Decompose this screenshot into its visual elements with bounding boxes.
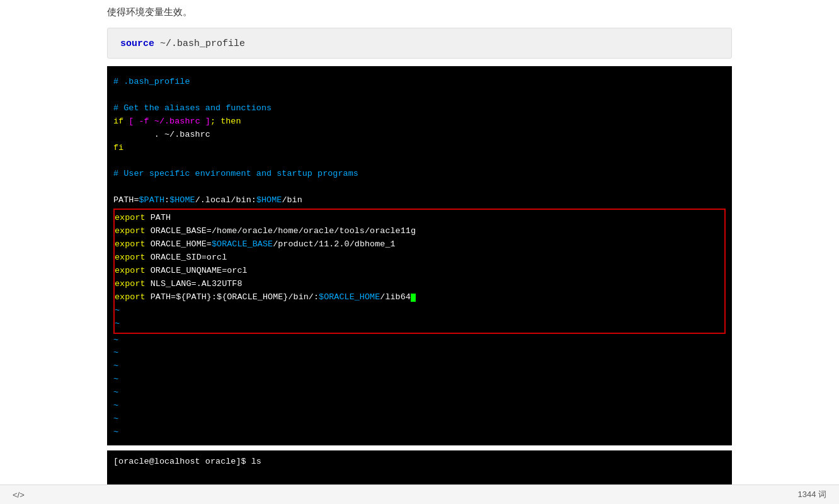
export-path: export PATH — [115, 212, 724, 225]
aliases-comment: # Get the aliases and functions — [113, 102, 726, 115]
bottom-bar: </> 1344 词 — [0, 484, 839, 504]
export-oracle-home: export ORACLE_HOME=$ORACLE_BASE/product/… — [115, 238, 724, 251]
page-container: 使得环境变量生效。 source ~/.bash_profile # .bash… — [0, 0, 839, 504]
user-specific-comment: # User specific environment and startup … — [113, 168, 726, 181]
export-oracle-unqname: export ORACLE_UNQNAME=orcl — [115, 265, 724, 278]
tilde9: ~ — [113, 413, 726, 426]
blank1 — [113, 89, 726, 102]
source-keyword: source — [120, 38, 154, 49]
bottom-bar-left: </> — [13, 490, 25, 500]
dot-line: . ~/.bashrc — [113, 129, 726, 142]
export-nls-lang: export NLS_LANG=.AL32UTF8 — [115, 278, 724, 291]
tilde8: ~ — [113, 399, 726, 413]
fi-line: fi — [113, 142, 726, 155]
main-terminal: # .bash_profile # Get the aliases and fu… — [107, 66, 732, 445]
export-oracle-base: export ORACLE_BASE=/home/oracle/home/ora… — [115, 225, 724, 238]
export-path-full: export PATH=${PATH}:${ORACLE_HOME}/bin/:… — [115, 291, 724, 304]
source-command-block: source ~/.bash_profile — [107, 28, 732, 59]
tilde2: ~ — [115, 318, 724, 331]
path-line: PATH=$PATH:$HOME/.local/bin:$HOME/bin — [113, 194, 726, 207]
tilde6: ~ — [113, 373, 726, 386]
tilde4: ~ — [113, 346, 726, 360]
ls-prompt: [oracle@localhost oracle]$ ls — [113, 455, 726, 469]
bash-profile-comment: # .bash_profile — [113, 76, 726, 89]
intro-label: 使得环境变量生效。 — [107, 6, 192, 17]
export-oracle-sid: export ORACLE_SID=orcl — [115, 251, 724, 265]
bottom-tag-icon[interactable]: </> — [13, 490, 25, 500]
blank2 — [113, 155, 726, 168]
tilde1: ~ — [115, 304, 724, 318]
tilde7: ~ — [113, 386, 726, 399]
tilde3: ~ — [113, 334, 726, 347]
tilde5: ~ — [113, 360, 726, 373]
export-red-box: export PATH export ORACLE_BASE=/home/ora… — [113, 209, 726, 333]
blank3 — [113, 181, 726, 194]
tilde10: ~ — [113, 426, 726, 439]
intro-text: 使得环境变量生效。 — [0, 0, 839, 28]
cursor — [411, 294, 416, 302]
word-count: 1344 词 — [797, 489, 826, 500]
source-rest: ~/.bash_profile — [154, 38, 245, 49]
if-line: if [ -f ~/.bashrc ]; then — [113, 115, 726, 129]
